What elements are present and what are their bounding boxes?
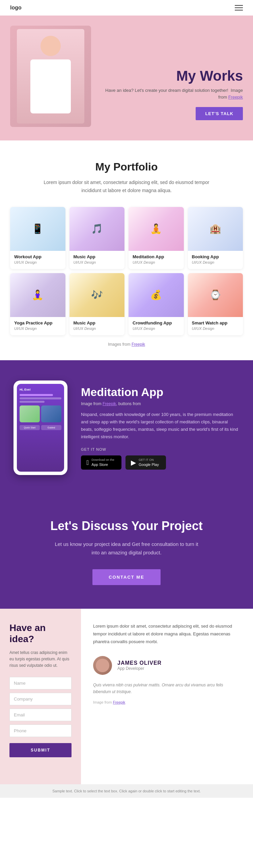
card-image-8: ⌚ — [188, 273, 243, 317]
apple-icon:  — [86, 459, 89, 467]
contact-me-button[interactable]: CONTACT ME — [92, 569, 161, 585]
idea-section: Have an idea? Amet tellus cras adipiscin… — [0, 609, 253, 784]
portfolio-card-8[interactable]: ⌚ Smart Watch app UI/UX Design — [188, 273, 243, 335]
card-info-6: Music App UI/UX Design — [69, 317, 125, 335]
testimonial-person: JAMES OLIVER App Developer — [93, 656, 241, 675]
idea-subtitle: Amet tellus cras adipiscing enim eu turp… — [9, 650, 72, 669]
meditation-title: Meditation App — [81, 386, 240, 399]
google-play-button[interactable]: ▶ GET IT ON Google Play — [125, 455, 166, 470]
google-play-icon: ▶ — [131, 458, 136, 467]
get-it-now-label: GET IT NOW — [81, 447, 240, 451]
freepik-portfolio-link[interactable]: Freepik — [132, 342, 145, 347]
card-image-3: 🧘 — [129, 207, 184, 251]
google-play-small: GET IT ON — [139, 458, 159, 462]
portfolio-images-note: Images from Freepik — [10, 342, 243, 347]
avatar-inner — [96, 659, 109, 672]
card-image-2: 🎵 — [69, 207, 125, 251]
portfolio-description: Lorem ipsum dolor sit amet, consectetur … — [42, 179, 211, 195]
portfolio-grid: 📱 Workout App UI/UX Design 🎵 Music App U… — [10, 207, 243, 335]
card-type-3: UI/UX Design — [133, 260, 180, 264]
email-input[interactable] — [9, 709, 72, 721]
card-image-1: 📱 — [10, 207, 65, 251]
phone-greeting: Hi, Eve! — [20, 388, 61, 391]
hamburger-menu[interactable] — [235, 5, 243, 10]
discuss-title: Let's Discuss Your Project — [13, 519, 240, 533]
card-info-7: Crowdfunding App UI/UX Design — [129, 317, 184, 335]
phone-images-row — [20, 405, 61, 422]
testimonial-panel: Lorem ipsum dolor sit amet, consectetur … — [81, 609, 253, 784]
card-type-5: UI/UX Design — [14, 326, 61, 331]
logo: logo — [10, 5, 22, 11]
testimonial-image-note: Image from Freepik — [93, 700, 241, 704]
card-name-4: Booking App — [192, 254, 239, 259]
store-buttons:  Download on the App Store ▶ GET IT ON … — [81, 455, 240, 470]
portfolio-card-3[interactable]: 🧘 Meditation App UI/UX Design — [129, 207, 184, 269]
freepik-link[interactable]: Freepik — [228, 95, 243, 100]
idea-form-panel: Have an idea? Amet tellus cras adipiscin… — [0, 609, 81, 784]
meditation-section: Hi, Eve! Quick Start Guided Meditation A… — [0, 360, 253, 495]
phone-bar-3 — [20, 401, 45, 403]
phone-quick-btn-1: Quick Start — [20, 425, 40, 430]
testimonial-description: Lorem ipsum dolor sit amet, consectetur … — [93, 622, 241, 646]
portfolio-card-2[interactable]: 🎵 Music App UI/UX Design — [69, 207, 125, 269]
card-type-6: UI/UX Design — [74, 326, 121, 331]
meditation-content: Meditation App Image from Freepik, butto… — [81, 386, 240, 470]
portfolio-card-7[interactable]: 💰 Crowdfunding App UI/UX Design — [129, 273, 184, 335]
phone-thumb-1 — [20, 405, 40, 422]
portfolio-section: My Portfolio Lorem ipsum dolor sit amet,… — [0, 140, 253, 360]
lets-talk-button[interactable]: LET'S TALK — [196, 107, 243, 120]
card-info-2: Music App UI/UX Design — [69, 251, 125, 269]
footer-note-text: Sample text. Click to select the text bo… — [52, 789, 201, 793]
phone-bar-1 — [20, 394, 53, 396]
card-info-1: Workout App UI/UX Design — [10, 251, 65, 269]
app-store-button[interactable]:  Download on the App Store — [81, 455, 121, 470]
hero-title: My Works — [101, 68, 243, 84]
freepik-meditation-link[interactable]: Freepik — [103, 401, 116, 406]
card-info-4: Booking App UI/UX Design — [188, 251, 243, 269]
card-image-4: 🏨 — [188, 207, 243, 251]
freepik-testimonial-link[interactable]: Freepik — [113, 700, 125, 704]
phone-bar-2 — [20, 397, 61, 399]
header: logo — [0, 0, 253, 16]
card-name-8: Smart Watch app — [192, 320, 239, 325]
app-store-text: Download on the App Store — [91, 458, 114, 467]
footer-note: Sample text. Click to select the text bo… — [0, 784, 253, 798]
meditation-phone-mockup: Hi, Eve! Quick Start Guided — [13, 380, 67, 475]
meditation-description: Nispand, created with knowledge of over … — [81, 411, 240, 441]
portfolio-card-6[interactable]: 🎶 Music App UI/UX Design — [69, 273, 125, 335]
card-info-3: Meditation App UI/UX Design — [129, 251, 184, 269]
google-play-text: GET IT ON Google Play — [139, 458, 159, 467]
card-type-7: UI/UX Design — [133, 326, 180, 331]
hero-subtitle: Have an idea? Let's create your dream di… — [101, 87, 243, 100]
card-type-1: UI/UX Design — [14, 260, 61, 264]
card-name-7: Crowdfunding App — [133, 320, 180, 325]
phone-quick-btn-2: Guided — [41, 425, 61, 430]
card-type-2: UI/UX Design — [74, 260, 121, 264]
google-play-label: Google Play — [139, 462, 159, 467]
person-name: JAMES OLIVER — [117, 660, 162, 666]
card-info-8: Smart Watch app UI/UX Design — [188, 317, 243, 335]
testimonial-quote: Quis viverra nibh cras pulvinar mattis. … — [93, 682, 241, 695]
card-name-3: Meditation App — [133, 254, 180, 259]
card-type-4: UI/UX Design — [192, 260, 239, 264]
avatar — [93, 656, 112, 675]
submit-button[interactable]: SUBMIT — [9, 743, 72, 757]
phone-thumb-2 — [41, 405, 61, 422]
portfolio-title: My Portfolio — [10, 161, 243, 173]
discuss-description: Let us know your project idea and Get fr… — [52, 540, 201, 557]
hero-person-image — [17, 29, 84, 124]
portfolio-card-1[interactable]: 📱 Workout App UI/UX Design — [10, 207, 65, 269]
person-body — [30, 59, 71, 113]
portfolio-card-4[interactable]: 🏨 Booking App UI/UX Design — [188, 207, 243, 269]
person-info: JAMES OLIVER App Developer — [117, 660, 162, 671]
company-input[interactable] — [9, 693, 72, 705]
name-input[interactable] — [9, 677, 72, 689]
person-head — [40, 36, 61, 56]
app-store-label: App Store — [91, 462, 114, 467]
meditation-image-note: Image from Freepik, buttons from — [81, 401, 240, 406]
card-image-7: 💰 — [129, 273, 184, 317]
phone-input[interactable] — [9, 725, 72, 737]
card-image-6: 🎶 — [69, 273, 125, 317]
portfolio-card-5[interactable]: 🧘‍♀️ Yoga Practice App UI/UX Design — [10, 273, 65, 335]
person-role: App Developer — [117, 666, 162, 671]
